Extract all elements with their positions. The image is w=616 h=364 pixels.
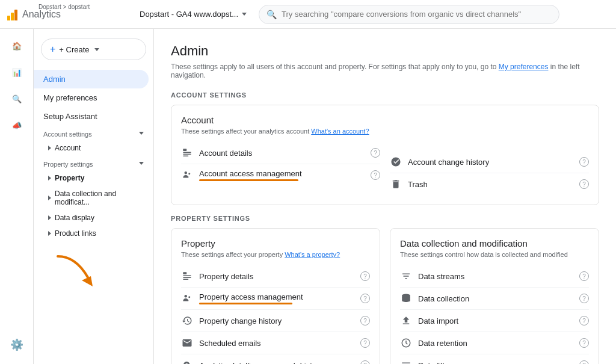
data-collection-item-label: Data collection: [418, 294, 573, 303]
property-card-title: Property: [181, 238, 370, 248]
admin-label: Admin: [43, 75, 66, 84]
nav-explore[interactable]: 🔍: [5, 87, 29, 111]
account-history-help[interactable]: ?: [579, 157, 589, 167]
account-selector[interactable]: Dopstart - GA4 www.dopst...: [135, 7, 251, 21]
nav-settings[interactable]: ⚙️: [5, 333, 29, 357]
account-access-help[interactable]: ?: [371, 170, 380, 180]
account-card-right: Account change history ? Trash ?: [390, 115, 589, 195]
logo-section: Analytics Dopstart > dopstart: [7, 8, 128, 20]
svg-point-6: [188, 173, 190, 174]
nav-advertising[interactable]: 📣: [5, 113, 29, 137]
svg-rect-1: [183, 149, 186, 151]
data-filters-help[interactable]: ?: [579, 360, 589, 364]
data-collection-card: Data collection and modification These s…: [390, 228, 599, 364]
data-import-help[interactable]: ?: [579, 316, 589, 325]
data-filters-icon: [400, 359, 412, 364]
property-history-label: Property change history: [199, 316, 354, 325]
svg-rect-7: [183, 272, 186, 274]
account-details-help[interactable]: ?: [371, 148, 380, 158]
svg-rect-4: [183, 156, 188, 157]
property-details-item[interactable]: Property details ?: [181, 265, 370, 288]
intelligence-help[interactable]: ?: [360, 360, 370, 364]
create-button[interactable]: + + Create: [41, 39, 146, 60]
search-bar[interactable]: 🔍: [259, 5, 559, 24]
sidebar-item-admin[interactable]: Admin: [34, 70, 149, 88]
account-card-title: Account: [181, 115, 380, 125]
sidebar-sub-property[interactable]: Property: [34, 170, 153, 186]
property-details-icon: [181, 270, 193, 282]
analytics-logo: [7, 8, 17, 20]
sidebar-sub-account[interactable]: Account: [34, 140, 153, 156]
account-card-subtitle: These settings affect your analytics acc…: [181, 128, 380, 135]
data-retention-label: Data retention: [418, 339, 573, 348]
my-preferences-link[interactable]: My preferences: [499, 63, 549, 71]
whats-property-link[interactable]: What's a property?: [285, 251, 340, 258]
account-card-left: Account These settings affect your analy…: [181, 115, 380, 195]
trash-help[interactable]: ?: [579, 179, 589, 189]
data-collection-card-subtitle: These settings control how data is colle…: [400, 251, 589, 258]
icon-nav: 🏠 📊 🔍 📣 ⚙️: [0, 29, 34, 364]
home-icon: 🏠: [12, 42, 22, 51]
account-sub-label: Account: [55, 144, 81, 152]
account-access-underline: [199, 179, 298, 181]
intelligence-icon: [181, 359, 193, 364]
nav-home[interactable]: 🏠: [5, 34, 29, 58]
sidebar-sub-data-collection[interactable]: Data collection and modificat...: [34, 186, 153, 210]
data-collection-item[interactable]: Data collection ?: [400, 288, 589, 310]
property-details-help[interactable]: ?: [360, 271, 370, 281]
property-settings-header: PROPERTY SETTINGS: [171, 215, 599, 222]
data-import-icon: [400, 315, 412, 327]
sidebar-item-setup[interactable]: Setup Assistant: [34, 107, 149, 126]
data-retention-icon: [400, 337, 412, 349]
logo-bar-2: [11, 13, 14, 20]
account-settings-label: Account settings: [43, 131, 92, 138]
property-settings-section[interactable]: Property settings: [34, 156, 153, 170]
property-history-help[interactable]: ?: [360, 316, 370, 325]
product-links-arrow-icon: [48, 231, 51, 236]
svg-rect-2: [183, 152, 191, 153]
data-streams-label: Data streams: [418, 272, 573, 281]
svg-rect-3: [183, 154, 191, 155]
property-settings-label: Property settings: [43, 161, 93, 168]
property-grid: Property These settings affect your prop…: [171, 228, 599, 364]
account-access-item[interactable]: Account access management ?: [181, 164, 380, 186]
sidebar-sub-product-links[interactable]: Product links: [34, 226, 153, 241]
scheduled-emails-help[interactable]: ?: [360, 338, 370, 348]
data-filters-label: Data filters: [418, 361, 573, 365]
property-access-icon: [181, 292, 193, 304]
account-settings-section[interactable]: Account settings: [34, 126, 153, 140]
svg-point-12: [188, 296, 190, 298]
property-sub-label: Property: [55, 174, 84, 182]
whats-account-link[interactable]: What's an account?: [311, 128, 369, 135]
data-collection-item-help[interactable]: ?: [579, 294, 589, 303]
account-history-item[interactable]: Account change history ?: [390, 151, 589, 173]
property-access-help[interactable]: ?: [360, 294, 370, 303]
property-details-label: Property details: [199, 272, 354, 281]
data-streams-help[interactable]: ?: [579, 271, 589, 281]
data-streams-item[interactable]: Data streams ?: [400, 265, 589, 288]
property-access-item[interactable]: Property access management ?: [181, 288, 370, 310]
property-access-underline: [199, 303, 292, 304]
intelligence-item[interactable]: Analytics Intelligence search history ?: [181, 354, 370, 364]
nav-reports[interactable]: 📊: [5, 60, 29, 84]
scheduled-emails-item[interactable]: Scheduled emails ?: [181, 332, 370, 354]
sidebar-sub-data-display[interactable]: Data display: [34, 210, 153, 226]
account-settings-chevron: [139, 132, 144, 137]
sidebar: + + Create Admin My preferences Setup As…: [34, 29, 154, 364]
sidebar-item-preferences[interactable]: My preferences: [34, 88, 149, 107]
svg-point-5: [185, 171, 188, 174]
data-display-sub-label: Data display: [55, 214, 94, 222]
property-history-item[interactable]: Property change history ?: [181, 310, 370, 332]
product-links-sub-label: Product links: [55, 229, 96, 238]
data-import-item[interactable]: Data import ?: [400, 310, 589, 332]
account-details-item[interactable]: Account details ?: [181, 142, 380, 164]
data-retention-item[interactable]: Data retention ?: [400, 332, 589, 354]
data-collection-item-icon: [400, 292, 412, 304]
property-history-icon: [181, 315, 193, 327]
data-filters-item[interactable]: Data filters ?: [400, 354, 589, 364]
arrow-annotation: [52, 253, 153, 291]
data-retention-help[interactable]: ?: [579, 338, 589, 348]
search-input[interactable]: [282, 10, 552, 19]
create-button-label: + Create: [59, 45, 89, 54]
trash-item[interactable]: Trash ?: [390, 173, 589, 195]
